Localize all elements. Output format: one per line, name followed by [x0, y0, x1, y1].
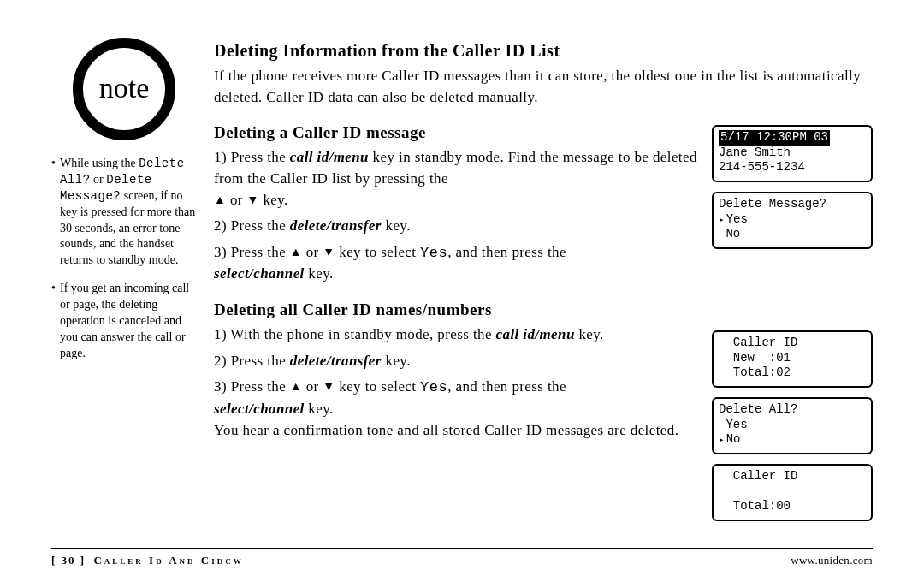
text: key to select — [335, 378, 420, 395]
lcd-screen-callerid-empty: Caller ID Total:00 — [712, 464, 873, 521]
lcd-row: 214-555-1234 — [719, 160, 866, 175]
note-badge: note — [73, 38, 175, 140]
lcd-yes: Yes — [420, 245, 447, 261]
intro-paragraph: If the phone receives more Caller ID mes… — [214, 66, 873, 108]
lcd-row — [719, 484, 866, 500]
footer-rule — [51, 548, 873, 549]
lcd-inverted-line: 5/17 12:30PM 03 — [719, 130, 830, 146]
text: or — [302, 378, 323, 395]
confirm-text: You hear a confirmation tone and all sto… — [214, 422, 678, 438]
sidenote-1-text-b: or — [91, 173, 107, 186]
lcd-row-selected: No — [719, 432, 866, 448]
key-selchan: select/channel — [214, 401, 305, 417]
lcd-row: Total:02 — [719, 365, 866, 381]
lcd-row: Yes — [719, 418, 866, 433]
lcd-screen-delete-message: Delete Message? Yes No — [712, 192, 873, 249]
lcd-row: Delete All? — [719, 402, 866, 418]
up-arrow-icon: ▲ — [214, 192, 226, 209]
note-label: note — [99, 72, 150, 104]
sidenote-2: If you get an incoming call or page, the… — [51, 281, 197, 361]
page-number: [ 30 ] — [51, 554, 86, 567]
down-arrow-icon: ▼ — [247, 192, 259, 209]
heading-sub-2: Deleting all Caller ID names/numbers — [214, 300, 873, 319]
lcd-row: No — [719, 227, 866, 242]
lcd-screen-callerid-entry: 5/17 12:30PM 03 Jane Smith 214-555-1234 — [712, 125, 873, 182]
heading-main: Deleting Information from the Caller ID … — [214, 41, 873, 61]
text: key. — [382, 217, 411, 234]
key-selchan: select/channel — [214, 265, 305, 282]
text: Press the — [231, 378, 290, 395]
down-arrow-icon: ▼ — [323, 378, 335, 395]
key-callid: call id/menu — [290, 149, 369, 165]
lcd-row: Caller ID — [719, 336, 866, 351]
lcd-row: Total:00 — [719, 499, 866, 514]
footer-url: www.uniden.com — [791, 554, 873, 567]
lcd-screen-delete-all: Delete All? Yes No — [712, 397, 873, 454]
text: key. — [575, 326, 604, 342]
key-deltrans: delete/transfer — [290, 217, 382, 234]
section-title: Caller Id And Cidcw — [93, 554, 243, 567]
text: key. — [305, 265, 334, 282]
down-arrow-icon: ▼ — [323, 244, 335, 261]
page-footer: [ 30 ] Caller Id And Cidcw www.uniden.co… — [51, 554, 873, 567]
text: , and then press the — [447, 244, 566, 260]
text: key to select — [335, 244, 420, 260]
lcd-row: New :01 — [719, 351, 866, 366]
key-callid: call id/menu — [496, 326, 575, 342]
text: Press the — [231, 149, 290, 165]
key-deltrans: delete/transfer — [290, 353, 382, 369]
text: or — [226, 192, 246, 208]
lcd-row-selected: Yes — [719, 212, 866, 228]
lcd-row: 5/17 12:30PM 03 — [719, 130, 866, 146]
lcd-row: Jane Smith — [719, 146, 866, 161]
lcd-row: Caller ID — [719, 469, 866, 484]
up-arrow-icon: ▲ — [290, 378, 302, 395]
sidenote-1-text-a: While using the — [60, 157, 139, 169]
lcd-yes: Yes — [420, 379, 447, 395]
sidebar: note While using the Delete All? or Dele… — [51, 38, 197, 374]
lcd-text: No — [726, 227, 740, 241]
text: or — [302, 244, 323, 260]
text: key. — [382, 353, 411, 369]
text: the — [429, 170, 448, 187]
up-arrow-icon: ▲ — [290, 244, 302, 261]
lcd-screen-callerid-count: Caller ID New :01 Total:02 — [712, 330, 873, 388]
sidenotes-list: While using the Delete All? or Delete Me… — [51, 156, 197, 362]
text: Press the — [231, 217, 290, 234]
main-content: Deleting Information from the Caller ID … — [214, 41, 873, 446]
sidenote-1: While using the Delete All? or Delete Me… — [51, 156, 197, 269]
manual-page: note While using the Delete All? or Dele… — [0, 0, 924, 588]
text: Press the — [231, 244, 290, 260]
text: , and then press the — [447, 378, 566, 395]
text: Press the — [231, 353, 290, 369]
lcd-row: Delete Message? — [719, 197, 866, 212]
text: key. — [305, 401, 334, 417]
text: With the phone in standby mode, press th… — [230, 326, 495, 342]
text: key. — [259, 192, 288, 208]
